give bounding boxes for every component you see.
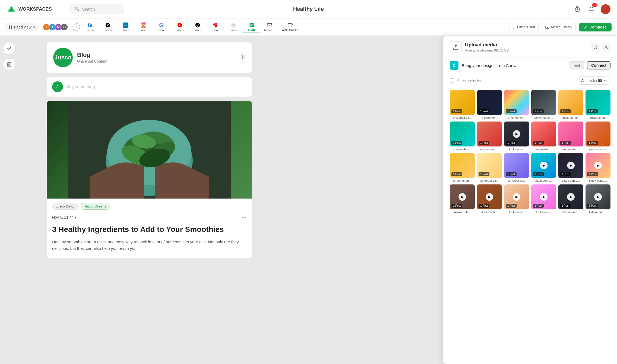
add-user-btn[interactable]: + bbox=[72, 23, 80, 31]
svg-point-18 bbox=[195, 23, 200, 27]
media-item[interactable]: ▶ 1 Post tiktok-conte... bbox=[531, 153, 556, 182]
post-more-btn[interactable]: ··· bbox=[242, 214, 246, 220]
document-action-btn[interactable] bbox=[3, 59, 15, 71]
media-label: pinterest-co... bbox=[504, 179, 529, 182]
media-item[interactable]: ▶ 1 Post tiktok-conte... bbox=[558, 184, 583, 214]
app-logo[interactable]: WORKSPACES ≡ bbox=[7, 4, 66, 14]
menu-icon[interactable]: ≡ bbox=[56, 6, 59, 12]
post-date[interactable]: Nov 5, 11:44 ▾ bbox=[52, 215, 77, 219]
media-item[interactable]: ▶ 1 Post tiktok-conte... bbox=[504, 184, 529, 214]
svg-point-20 bbox=[231, 23, 236, 27]
media-play-btn[interactable]: ▶ bbox=[513, 130, 520, 138]
media-item[interactable]: 1 Post universal-co... bbox=[450, 122, 475, 151]
media-library-btn[interactable]: Media Library bbox=[542, 23, 576, 31]
upload-media-panel: Upload media Available storage: 99.72 GB… bbox=[443, 36, 617, 364]
media-item[interactable]: ▶ 1 Post tiktok-conte... bbox=[477, 184, 502, 214]
media-label: ig-content/f... bbox=[477, 116, 502, 119]
media-filter-dropdown[interactable]: All media 65 bbox=[578, 76, 610, 85]
tab-pinterest[interactable]: Jusco ... bbox=[207, 21, 224, 33]
media-play-btn[interactable]: ▶ bbox=[540, 193, 548, 201]
tab-add-pages[interactable]: ADD PAGES bbox=[279, 21, 302, 33]
media-play-btn[interactable]: ▶ bbox=[567, 162, 575, 169]
media-thumb: 1 Post bbox=[558, 90, 583, 115]
media-item[interactable]: 1 Post ig-content/f... bbox=[477, 90, 502, 119]
media-thumb: ▶ 1 Post bbox=[531, 153, 556, 178]
select-all-checkbox[interactable] bbox=[450, 78, 454, 83]
media-item[interactable]: ▶ 1 Post tiktok-conte... bbox=[450, 184, 475, 214]
canva-connect-btn[interactable]: Connect bbox=[587, 61, 610, 69]
media-play-btn[interactable]: ▶ bbox=[540, 162, 548, 169]
channel-bar: Feed view ▾ J A M +4 + Jusco Jusco Jusco… bbox=[0, 18, 617, 36]
media-label: tiktok-conte... bbox=[504, 148, 529, 151]
media-play-btn[interactable]: ▶ bbox=[594, 162, 602, 169]
media-item[interactable]: 1 Post pinterest-co... bbox=[531, 122, 556, 151]
media-item[interactable]: ▶ 1 Post tiktok-conte... bbox=[586, 184, 610, 214]
compose-btn[interactable]: Compose bbox=[579, 23, 612, 31]
feed-view-btn[interactable]: Feed view ▾ bbox=[5, 23, 38, 31]
tab-instagram[interactable]: Jusco bbox=[135, 21, 152, 33]
media-item[interactable]: ▶ 1 Post tiktok-conte... bbox=[531, 184, 556, 214]
collaborators: J A M +4 bbox=[43, 23, 68, 31]
comment-placeholder: Say something bbox=[66, 84, 95, 89]
user-avatar[interactable] bbox=[601, 4, 610, 14]
media-item[interactable]: ▶ 1 Post tiktok-conte... bbox=[504, 122, 529, 151]
tab-newsletter[interactable]: Newsl... bbox=[261, 21, 278, 33]
media-item[interactable]: 1 Post universal-co... bbox=[531, 90, 556, 119]
media-item[interactable]: 1 Post ig-content/l... bbox=[504, 90, 529, 119]
canva-text: Bring your designs from Canva. bbox=[462, 63, 566, 68]
media-thumb: 1 Post bbox=[531, 122, 556, 146]
compose-label: Compose bbox=[589, 25, 607, 29]
media-item[interactable]: ▶ 1 Post tiktok-conte... bbox=[558, 153, 583, 182]
media-item[interactable]: 1 Post universal-co... bbox=[558, 90, 583, 119]
media-item[interactable]: ▶ 1 Post tiktok-conte... bbox=[586, 153, 610, 182]
notification-btn[interactable]: 78 bbox=[587, 4, 596, 14]
media-item[interactable]: 1 Post universal-co... bbox=[450, 90, 475, 119]
tab-google[interactable]: Jusco ... bbox=[153, 21, 170, 33]
media-row-1: 1 Post universal-co... 1 Post ig-content… bbox=[450, 90, 610, 119]
svg-rect-21 bbox=[249, 23, 254, 27]
tab-blog-circle[interactable]: Jusco bbox=[225, 21, 242, 33]
media-badge: 1 Post bbox=[533, 204, 544, 208]
tab-linkedin[interactable]: Jusco bbox=[117, 21, 134, 33]
comment-avatar: J bbox=[52, 81, 63, 92]
media-badge: 1 Post bbox=[560, 109, 571, 113]
media-item[interactable]: 1 Post pinterest-co... bbox=[504, 153, 529, 182]
comment-bar[interactable]: J Say something bbox=[47, 77, 252, 97]
media-item[interactable]: 1 Post ig-content/g... bbox=[450, 153, 475, 182]
timer-icon bbox=[574, 6, 581, 12]
canva-hide-btn[interactable]: Hide bbox=[569, 61, 584, 69]
media-play-btn[interactable]: ▶ bbox=[594, 193, 602, 201]
tag-greens[interactable]: Jusco Greens bbox=[81, 203, 110, 210]
media-play-btn[interactable]: ▶ bbox=[486, 193, 493, 201]
media-play-btn[interactable]: ▶ bbox=[567, 193, 575, 201]
panel-expand-btn[interactable] bbox=[591, 43, 600, 52]
media-play-btn[interactable]: ▶ bbox=[458, 193, 466, 201]
tab-tiktok[interactable]: Jusco bbox=[189, 21, 206, 33]
tab-twitter[interactable]: Jusco bbox=[99, 21, 116, 33]
media-item[interactable]: 1 Post pinterest-co... bbox=[477, 153, 502, 182]
tab-blog[interactable]: Blog bbox=[243, 21, 260, 33]
media-item[interactable]: 1 Post universal-co... bbox=[586, 90, 610, 119]
media-item[interactable]: 1 Post pinterest-co... bbox=[558, 122, 583, 151]
media-badge: 1 Post bbox=[560, 141, 571, 145]
media-library-icon bbox=[545, 25, 549, 29]
panel-close-btn[interactable] bbox=[602, 43, 610, 52]
svg-rect-23 bbox=[288, 23, 292, 27]
timer-icon-btn[interactable] bbox=[572, 4, 582, 14]
blog-settings-btn[interactable] bbox=[240, 54, 245, 61]
search-icon: 🔍 bbox=[74, 7, 80, 12]
check-action-btn[interactable] bbox=[3, 42, 15, 54]
close-icon bbox=[604, 45, 608, 49]
tag-detox[interactable]: Jusco Detox bbox=[52, 203, 79, 210]
tab-youtube[interactable]: Jusco bbox=[171, 21, 188, 33]
files-selected: 0 files selected bbox=[457, 78, 574, 83]
feed-view-chevron: ▾ bbox=[33, 25, 35, 29]
media-item[interactable]: 1 Post pinterest-co... bbox=[586, 122, 610, 151]
filter-sort-btn[interactable]: Filter & sort bbox=[508, 23, 539, 31]
more-tabs-btn[interactable]: ··· bbox=[499, 25, 507, 30]
tab-facebook[interactable]: Jusco bbox=[81, 21, 99, 33]
media-play-btn[interactable]: ▶ bbox=[513, 193, 520, 201]
media-item[interactable]: 1 Post universal-co... bbox=[477, 122, 502, 151]
search-bar[interactable]: 🔍 Search bbox=[70, 4, 124, 14]
media-thumb: 1 Post bbox=[477, 122, 502, 146]
